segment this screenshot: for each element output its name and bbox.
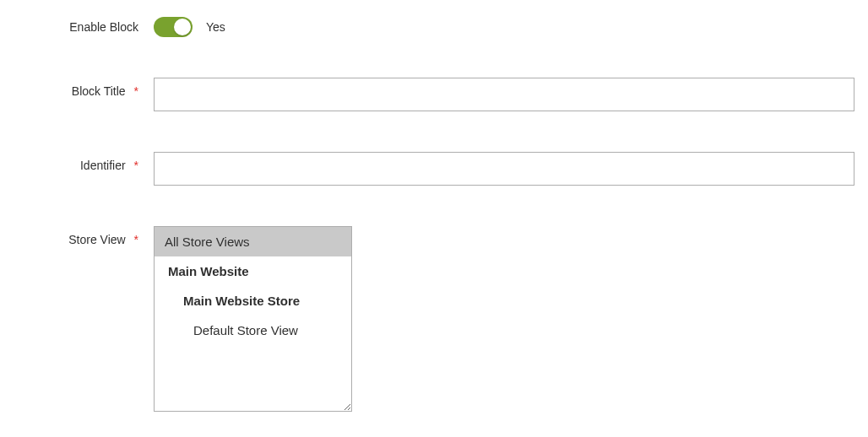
store-view-option[interactable]: Main Website: [155, 256, 351, 286]
identifier-input[interactable]: [154, 152, 854, 186]
identifier-label: Identifier *: [8, 152, 154, 172]
block-title-input[interactable]: [154, 78, 854, 111]
enable-block-value-label: Yes: [206, 20, 225, 34]
required-marker: *: [134, 159, 138, 172]
label-text: Identifier: [80, 159, 126, 172]
store-view-field: All Store ViewsMain WebsiteMain Website …: [154, 226, 860, 412]
store-view-option[interactable]: Default Store View: [155, 316, 351, 345]
block-title-field: [154, 78, 860, 111]
label-text: Store View: [68, 233, 125, 246]
required-marker: *: [134, 84, 138, 98]
identifier-row: Identifier *: [8, 152, 860, 186]
store-view-label: Store View *: [8, 226, 154, 246]
required-marker: *: [134, 233, 138, 246]
block-title-row: Block Title *: [8, 78, 860, 111]
block-title-label: Block Title *: [8, 78, 154, 98]
store-view-option[interactable]: Main Website Store: [155, 286, 351, 316]
store-view-row: Store View * All Store ViewsMain Website…: [8, 226, 860, 412]
store-view-option[interactable]: All Store Views: [155, 227, 351, 256]
store-view-multiselect[interactable]: All Store ViewsMain WebsiteMain Website …: [154, 226, 352, 412]
label-text: Enable Block: [69, 20, 138, 34]
enable-block-toggle[interactable]: [154, 17, 193, 37]
label-text: Block Title: [72, 84, 126, 98]
enable-block-field: Yes: [154, 17, 860, 37]
enable-block-label: Enable Block: [8, 20, 154, 34]
identifier-field: [154, 152, 860, 186]
enable-block-row: Enable Block Yes: [8, 17, 860, 37]
toggle-knob: [174, 19, 191, 35]
